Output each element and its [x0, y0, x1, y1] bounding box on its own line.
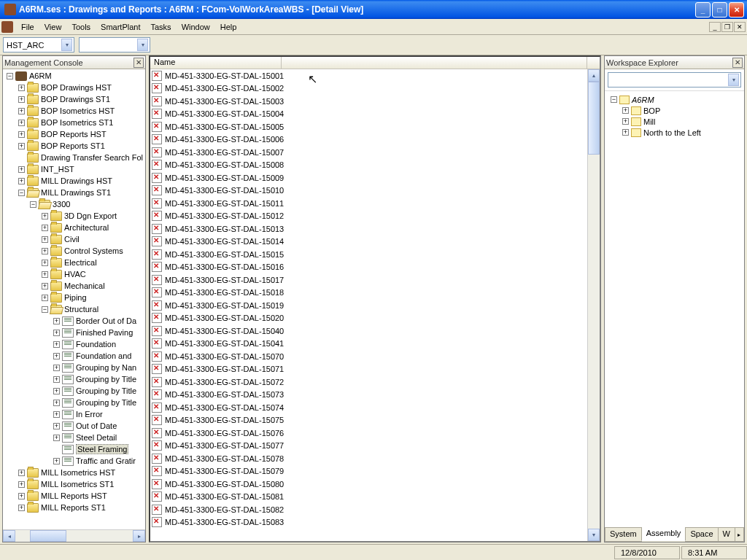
right-panel-close-button[interactable]: ✕	[732, 58, 743, 68]
menu-item-view[interactable]: View	[39, 21, 67, 33]
tree-item[interactable]: +Grouping by Nan	[4, 362, 144, 373]
menu-item-tools[interactable]: Tools	[66, 21, 96, 33]
list-item[interactable]: MD-451-3300-EG-ST-DAL-15007	[150, 146, 600, 159]
tree-item[interactable]: +BOP Reports HST	[4, 128, 144, 140]
tree-item[interactable]: +Control Systems	[4, 245, 144, 257]
list-item[interactable]: MD-451-3300-EG-ST-DAL-15020	[150, 312, 600, 325]
tree-item[interactable]: +Grouping by Title	[4, 397, 144, 408]
mdi-close-button[interactable]: ✕	[734, 22, 746, 32]
collapse-icon[interactable]: −	[611, 96, 617, 103]
tree-item[interactable]: +Grouping by Title	[4, 373, 144, 385]
list-item[interactable]: MD-451-3300-EG-ST-DAL-15077	[150, 440, 600, 453]
list-item[interactable]: MD-451-3300-EG-ST-DAL-15010	[150, 184, 600, 198]
expand-icon[interactable]: +	[42, 271, 48, 278]
workspace-tree-item[interactable]: +BOP	[606, 105, 743, 116]
tree-item[interactable]: +INT_HST	[4, 163, 144, 175]
expand-icon[interactable]: +	[18, 166, 25, 173]
tree-item[interactable]: +BOP Drawings ST1	[4, 93, 144, 105]
tab-space[interactable]: Space	[685, 528, 718, 542]
expand-icon[interactable]: +	[18, 108, 25, 114]
tree-item[interactable]: +MILL Reports HST	[4, 490, 144, 502]
scroll-thumb[interactable]	[30, 530, 66, 542]
toolbar-combo-1[interactable]: HST_ARC	[3, 37, 74, 52]
expand-icon[interactable]: +	[18, 481, 25, 488]
collapse-icon[interactable]: −	[7, 73, 13, 79]
expand-icon[interactable]: +	[53, 400, 60, 406]
expand-icon[interactable]: +	[53, 423, 60, 429]
expand-icon[interactable]: +	[53, 388, 60, 394]
tree-item[interactable]: +In Error	[4, 408, 144, 420]
list-item[interactable]: MD-451-3300-EG-ST-DAL-15011	[150, 197, 600, 210]
list-item[interactable]: MD-451-3300-EG-ST-DAL-15079	[150, 465, 600, 478]
list-item[interactable]: MD-451-3300-EG-ST-DAL-15040	[150, 324, 600, 338]
expand-icon[interactable]: +	[42, 225, 48, 231]
tree-item[interactable]: +Electrical	[4, 257, 144, 268]
list-item[interactable]: MD-451-3300-EG-ST-DAL-15001	[150, 69, 600, 82]
list-item[interactable]: MD-451-3300-EG-ST-DAL-15076	[150, 427, 600, 440]
tree-item[interactable]: +Foundation and	[4, 350, 144, 362]
tree-item[interactable]: +MILL Isometrics HST	[4, 467, 144, 478]
toolbar-combo-2[interactable]	[79, 37, 150, 52]
tab-scroll-right-button[interactable]: ▸	[735, 528, 744, 542]
tree-item[interactable]: +Mechanical	[4, 280, 144, 292]
menu-item-tasks[interactable]: Tasks	[146, 21, 177, 33]
workspace-tree-item[interactable]: −A6RM	[606, 94, 743, 105]
list-item[interactable]: MD-451-3300-EG-ST-DAL-15004	[150, 108, 600, 121]
tree-item[interactable]: −Structural	[4, 303, 144, 315]
tree-item[interactable]: +Traffic and Gratir	[4, 455, 144, 467]
tree-item[interactable]: +Foundation	[4, 338, 144, 350]
expand-icon[interactable]: +	[18, 131, 25, 138]
tree-item[interactable]: −A6RM	[4, 70, 144, 82]
tree-item[interactable]: +Civil	[4, 233, 144, 245]
management-console-tree[interactable]: −A6RM+BOP Drawings HST+BOP Drawings ST1+…	[3, 69, 145, 529]
menu-item-file[interactable]: File	[16, 21, 39, 33]
tree-item[interactable]: +Finished Paving	[4, 327, 144, 338]
list-item[interactable]: MD-451-3300-EG-ST-DAL-15078	[150, 452, 600, 465]
list-item[interactable]: MD-451-3300-EG-ST-DAL-15013	[150, 222, 600, 236]
list-item[interactable]: MD-451-3300-EG-ST-DAL-15072	[150, 376, 600, 389]
expand-icon[interactable]: +	[53, 411, 60, 418]
menu-item-window[interactable]: Window	[177, 21, 215, 33]
expand-icon[interactable]: +	[42, 236, 48, 243]
list-item[interactable]: MD-451-3300-EG-ST-DAL-15002	[150, 82, 600, 96]
list-item[interactable]: MD-451-3300-EG-ST-DAL-15009	[150, 171, 600, 184]
expand-icon[interactable]: +	[42, 248, 48, 254]
collapse-icon[interactable]: −	[30, 201, 36, 208]
workspace-tree-item[interactable]: +North to the Left	[606, 127, 743, 138]
list-item[interactable]: MD-451-3300-EG-ST-DAL-15019	[150, 299, 600, 312]
dropdown-icon[interactable]	[137, 39, 148, 51]
scroll-up-button[interactable]: ▴	[588, 69, 600, 82]
dropdown-icon[interactable]	[61, 39, 72, 51]
list-item[interactable]: MD-451-3300-EG-ST-DAL-15081	[150, 491, 600, 504]
workspace-tree-item[interactable]: +Mill	[606, 116, 743, 127]
list-item[interactable]: MD-451-3300-EG-ST-DAL-15003	[150, 95, 600, 108]
list-item[interactable]: MD-451-3300-EG-ST-DAL-15080	[150, 478, 600, 491]
expand-icon[interactable]: +	[18, 96, 25, 103]
tab-w[interactable]: W	[718, 528, 735, 542]
tree-item[interactable]: +Border Out of Da	[4, 315, 144, 327]
expand-icon[interactable]: +	[18, 505, 25, 511]
left-panel-hscrollbar[interactable]: ◂ ▸	[3, 529, 145, 542]
expand-icon[interactable]: +	[622, 107, 629, 114]
expand-icon[interactable]: +	[18, 120, 25, 126]
minimize-button[interactable]: _	[695, 2, 711, 18]
tree-item[interactable]: +Out of Date	[4, 420, 144, 432]
expand-icon[interactable]: +	[53, 330, 60, 336]
close-button[interactable]: ✕	[729, 2, 744, 18]
expand-icon[interactable]: +	[18, 143, 25, 149]
expand-icon[interactable]: +	[18, 85, 25, 91]
tree-item[interactable]: +HVAC	[4, 268, 144, 280]
tree-item[interactable]: +Piping	[4, 292, 144, 303]
workspace-combo[interactable]	[608, 72, 741, 88]
list-item[interactable]: MD-451-3300-EG-ST-DAL-15005	[150, 120, 600, 133]
expand-icon[interactable]: +	[53, 353, 60, 359]
list-item[interactable]: MD-451-3300-EG-ST-DAL-15083	[150, 516, 600, 529]
expand-icon[interactable]: +	[622, 118, 629, 125]
expand-icon[interactable]: +	[53, 341, 60, 348]
list-item[interactable]: MD-451-3300-EG-ST-DAL-15016	[150, 261, 600, 274]
tree-item[interactable]: Drawing Transfer Search Fol	[4, 152, 144, 163]
column-header-blank[interactable]	[282, 57, 587, 69]
collapse-icon[interactable]: −	[18, 190, 25, 196]
list-item[interactable]: MD-451-3300-EG-ST-DAL-15074	[150, 401, 600, 414]
tree-item[interactable]: +BOP Reports ST1	[4, 140, 144, 152]
